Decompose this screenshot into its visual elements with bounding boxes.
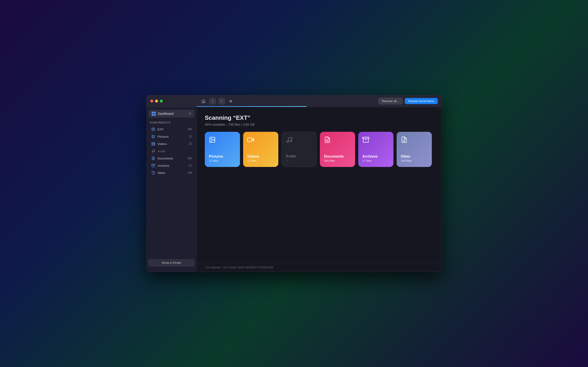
sidebar-item-audio-name: Audio (158, 150, 190, 153)
progress-bar-container (196, 106, 441, 107)
other-card-name: Other (401, 154, 428, 158)
card-pictures[interactable]: Pictures 12 files (205, 132, 240, 167)
sidebar-item-audio[interactable]: Audio (148, 147, 195, 155)
sidebar-item-pictures-count: 12 (189, 135, 192, 138)
sidebar-header (147, 95, 196, 107)
svg-rect-27 (363, 137, 369, 139)
close-button[interactable] (150, 100, 153, 102)
sidebar-item-documents-name: Documents (158, 157, 185, 160)
review-found-items-button[interactable]: Review found items (405, 98, 438, 104)
svg-point-24 (290, 140, 292, 142)
drive-icon (151, 127, 155, 131)
scan-header: Scanning “EXT” 45% complete – 736 files … (196, 107, 441, 132)
card-other[interactable]: Other 148 files (397, 132, 432, 167)
sidebar-dashboard[interactable]: Dashboard ⟳ (148, 110, 195, 117)
sidebar-item-videos-count: 12 (189, 142, 192, 145)
documents-card-count: 546 files (324, 159, 351, 162)
svg-point-23 (287, 141, 289, 143)
maximize-button[interactable] (160, 100, 163, 102)
videos-card-count: 12 files (247, 159, 274, 162)
svg-point-13 (152, 151, 153, 152)
audio-icon (151, 149, 155, 153)
pause-button[interactable] (228, 98, 234, 104)
svg-marker-21 (252, 138, 254, 141)
archives-icon (151, 164, 155, 168)
card-audio[interactable]: Audio — (281, 132, 317, 167)
svg-point-4 (153, 136, 153, 136)
sidebar-item-ext-name: EXT (158, 128, 185, 131)
other-card-icon (401, 136, 428, 145)
audio-card-name: Audio (286, 154, 312, 158)
home-button[interactable] (200, 98, 207, 104)
other-card-info: Other 148 files (401, 154, 428, 162)
recover-all-button[interactable]: Recover all... (378, 98, 402, 104)
sidebar-item-ext-count: 735 (187, 128, 192, 131)
audio-card-icon (286, 137, 312, 145)
status-footer: <1m elapsed, <1m remain, block 28290637 … (196, 263, 441, 272)
sidebar-item-pictures[interactable]: Pictures 12 (148, 133, 195, 140)
traffic-lights (150, 100, 163, 102)
sidebar-item-archives-count: 17 (189, 164, 192, 167)
audio-card-info: Audio — (286, 154, 312, 162)
sidebar-item-videos[interactable]: Videos 12 (148, 140, 195, 147)
sidebar-item-videos-name: Videos (158, 142, 187, 146)
pictures-card-count: 12 files (209, 159, 236, 162)
documents-card-icon (324, 136, 351, 145)
pictures-card-info: Pictures 12 files (209, 154, 236, 162)
card-archives[interactable]: Archives 17 files (358, 132, 393, 167)
sidebar-item-documents[interactable]: Documents 546 (148, 155, 195, 162)
audio-card-count: — (286, 159, 312, 162)
minimize-button[interactable] (155, 100, 158, 102)
show-in-finder-button[interactable]: Show in Finder (148, 259, 195, 266)
card-documents[interactable]: Documents 546 files (320, 132, 355, 167)
progress-bar-fill (196, 106, 307, 107)
svg-point-20 (211, 138, 212, 139)
documents-card-info: Documents 546 files (324, 154, 351, 162)
toolbar-right: Recover all... Review found items (378, 98, 438, 104)
videos-card-name: Videos (247, 154, 274, 158)
sidebar-item-other[interactable]: Other 148 (148, 169, 195, 176)
scan-subtitle: 45% complete – 736 files / 3,09 GB (205, 123, 433, 126)
documents-card-name: Documents (324, 154, 351, 158)
videos-card-icon (247, 136, 274, 145)
svg-rect-17 (152, 164, 155, 165)
videos-icon (151, 142, 155, 146)
file-cards-grid: Pictures 12 files Videos 12 files (196, 132, 441, 167)
spinner-icon: ⟳ (189, 112, 191, 116)
other-icon (151, 171, 155, 175)
dashboard-icon (152, 112, 156, 116)
svg-rect-0 (230, 100, 230, 102)
toolbar: Recover all... Review found items (196, 98, 441, 104)
scan-results-label: Scan results (147, 120, 196, 126)
sidebar-item-archives[interactable]: Archives 17 (148, 162, 195, 169)
app-window: Recover all... Review found items Dashbo… (146, 95, 442, 272)
documents-icon (151, 156, 155, 160)
sidebar-item-other-name: Other (158, 171, 185, 175)
svg-rect-1 (231, 100, 231, 102)
archives-card-icon (362, 136, 389, 145)
dashboard-label: Dashboard (158, 112, 186, 116)
sidebar-item-archives-name: Archives (158, 164, 187, 167)
pictures-card-name: Pictures (209, 154, 236, 158)
sidebar-bottom: Show in Finder (147, 257, 196, 269)
sidebar-item-other-count: 148 (187, 171, 192, 175)
svg-point-2 (152, 128, 155, 129)
archives-card-info: Archives 17 files (362, 154, 389, 162)
content-area: Scanning “EXT” 45% complete – 736 files … (196, 107, 441, 272)
archives-card-count: 17 files (362, 159, 389, 162)
svg-point-14 (154, 151, 155, 152)
main-content: Dashboard ⟳ Scan results EXT 735 (147, 107, 441, 272)
pictures-icon (151, 134, 155, 139)
card-videos[interactable]: Videos 12 files (243, 132, 278, 167)
archives-card-name: Archives (362, 154, 389, 158)
forward-button[interactable] (218, 98, 225, 104)
sidebar-item-documents-count: 546 (187, 157, 192, 160)
pictures-card-icon (209, 136, 236, 145)
sidebar: Dashboard ⟳ Scan results EXT 735 (147, 107, 196, 272)
sidebar-item-ext[interactable]: EXT 735 (148, 126, 195, 133)
title-bar: Recover all... Review found items (147, 95, 441, 107)
back-button[interactable] (209, 98, 216, 104)
other-card-count: 148 files (401, 159, 428, 162)
scan-title: Scanning “EXT” (205, 114, 433, 121)
svg-rect-22 (247, 138, 252, 142)
